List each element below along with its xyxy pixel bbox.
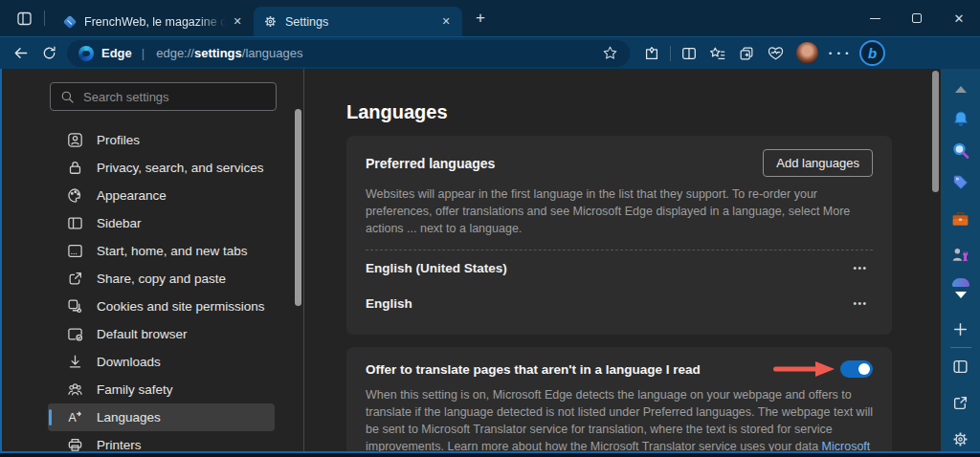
tab-close-icon[interactable]: ✕ [229,13,246,31]
gear-icon [951,430,969,448]
toggle-knob [858,363,870,375]
tab-actions-menu-button[interactable] [11,6,36,31]
sidebar-item-cookies-permissions[interactable]: Cookies and site permissions [48,293,275,320]
default-browser-icon [67,326,83,342]
add-to-sidebar-button[interactable] [948,316,973,341]
tab-close-icon[interactable]: ✕ [437,13,455,31]
tab-frenchweb[interactable]: FrenchWeb, le magazine de l'éco ✕ [53,7,254,36]
sidebar-pane-icon [67,215,83,231]
edge-logo-icon [78,46,94,61]
page-title: Languages [346,101,941,123]
printers-icon [67,437,83,451]
sidebar-item-label: Share, copy and paste [97,272,226,286]
maximize-button[interactable] [896,0,938,36]
extensions-button[interactable] [637,40,666,67]
search-placeholder: Search settings [83,90,169,104]
minimize-button[interactable] [854,0,896,36]
sidebar-item-label: Family safety [97,382,173,397]
open-in-new-button[interactable] [948,390,973,415]
sidebar-item-appearance[interactable]: Appearance [48,182,275,209]
hidden-sidebar-icon[interactable] [948,276,973,288]
sidebar-item-label: Sidebar [97,216,142,230]
frenchweb-favicon-icon [62,14,77,29]
sidebar-item-privacy[interactable]: Privacy, search, and services [48,154,275,182]
copilot-icon[interactable]: b [859,40,885,66]
sidebar-item-label: Start, home, and new tabs [97,244,248,258]
sidebar-item-label: Printers [97,438,142,451]
sidebar-pane-button[interactable] [948,354,973,379]
page-scrollbar[interactable] [932,71,939,192]
sidebar-item-downloads[interactable]: Downloads [48,348,275,376]
sidebar-item-label: Cookies and site permissions [97,299,265,314]
search-sidebar-button[interactable] [948,139,973,163]
games-button[interactable] [948,242,973,267]
window-controls: ✕ [854,0,980,36]
sidebar-item-sidebar[interactable]: Sidebar [48,209,275,237]
new-tab-button[interactable]: + [468,6,493,31]
tab-title: Settings [285,15,437,29]
add-languages-button[interactable]: Add languages [763,149,873,177]
annotation-arrow [771,360,835,378]
sidebar-settings-button[interactable] [948,426,973,451]
collections-button[interactable] [732,40,761,67]
share-icon [67,271,83,287]
shopping-button[interactable] [948,170,973,195]
more-actions-button[interactable]: ••• [848,259,873,278]
language-label: English [366,296,412,311]
tag-icon [951,173,970,192]
settings-page: Search settings Profiles Privacy, search… [2,69,941,451]
favorites-button[interactable] [703,40,732,67]
titlebar-separator [44,11,45,26]
magnifier-icon [951,141,970,161]
privacy-lock-icon [67,160,83,176]
sidebar-item-printers[interactable]: Printers [48,431,275,451]
translate-toggle[interactable] [840,360,873,378]
address-bar[interactable]: Edge | edge://settings/languages [67,40,630,67]
toolbox-icon [950,209,970,229]
profile-avatar[interactable] [796,42,818,64]
languages-translate-icon: A [67,409,83,425]
settings-search-box[interactable]: Search settings [50,82,277,111]
sidebar-item-label: Appearance [97,188,167,203]
edge-sidebar [941,69,980,451]
sidebar-item-languages[interactable]: A Languages [48,403,275,431]
start-home-icon [67,243,83,259]
bell-icon [951,110,970,129]
more-actions-button[interactable]: ••• [848,294,873,314]
preferred-languages-description: Websites will appear in the first langua… [366,185,873,237]
sidebar-item-default-browser[interactable]: Default browser [48,320,275,348]
tab-settings[interactable]: Settings ✕ [254,7,462,36]
collections-icon [738,45,755,62]
translate-offer-card: Offer to translate pages that aren't in … [346,347,892,451]
main-area: Search settings Profiles Privacy, search… [0,69,980,451]
sidebar-item-profiles[interactable]: Profiles [48,126,275,154]
sidebar-scrollbar[interactable] [295,109,301,306]
profiles-icon [67,132,83,148]
extensions-icon [643,45,660,62]
open-in-new-icon [952,395,969,411]
back-icon [11,44,30,62]
sidebar-item-label: Languages [97,410,161,424]
back-button[interactable] [6,40,34,67]
address-separator: | [142,46,145,60]
settings-gear-favicon-icon [263,14,278,29]
refresh-button[interactable] [34,40,63,67]
sidebar-item-family-safety[interactable]: Family safety [48,376,275,403]
url-text[interactable]: edge://settings/languages [156,46,595,60]
browser-essentials-button[interactable] [761,40,790,67]
sidebar-item-label: Profiles [97,133,140,147]
sidebar-item-start-home-new-tabs[interactable]: Start, home, and new tabs [48,237,275,265]
sidebar-item-share-copy-paste[interactable]: Share, copy and paste [48,265,275,293]
notifications-button[interactable] [948,107,973,132]
title-bar: FrenchWeb, le magazine de l'éco ✕ Settin… [0,0,980,36]
add-favorite-button[interactable] [595,40,624,67]
browser-window: FrenchWeb, le magazine de l'éco ✕ Settin… [0,0,980,457]
tools-button[interactable] [948,207,973,231]
sidebar-collapse-button[interactable] [948,76,973,101]
downloads-icon [67,354,83,370]
close-button[interactable]: ✕ [938,0,980,36]
settings-more-menu-button[interactable]: • • • [829,49,850,58]
search-icon [60,90,75,104]
sidebar-expand-button[interactable] [948,288,973,301]
split-screen-button[interactable] [675,40,703,67]
